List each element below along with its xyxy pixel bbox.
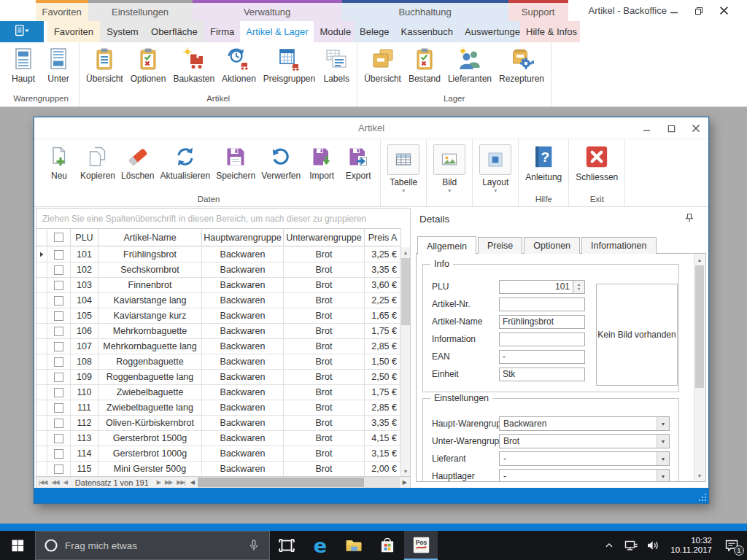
tab-module[interactable]: Module	[314, 21, 357, 42]
table-row[interactable]: 105Kaviarstange kurzBackwarenBrot1,65 €	[36, 308, 401, 324]
tab-system[interactable]: System	[101, 21, 144, 42]
nav-first-button[interactable]: |◀◀	[36, 479, 49, 486]
toolbar-button-speichern[interactable]: Speichern	[213, 144, 258, 181]
tab-hilfe-infos[interactable]: Hilfe & Infos	[520, 21, 583, 42]
ribbon-button-lieferanten[interactable]: Lieferanten	[444, 46, 495, 84]
backoffice-app-taskbar-button[interactable]: Pos	[404, 531, 438, 560]
toolbar-button-import[interactable]: Import	[303, 144, 340, 181]
window-maximize-button[interactable]	[665, 122, 678, 135]
nav-last-button[interactable]: ▶▶|	[174, 479, 187, 486]
spinner-up-down-icon[interactable]: ▲▼	[573, 280, 585, 294]
scroll-up-icon[interactable]: ▲	[694, 254, 705, 265]
toolbar-button-schliessen[interactable]: Schliessen	[573, 144, 621, 182]
row-checkbox[interactable]	[54, 327, 63, 336]
row-checkbox[interactable]	[54, 265, 63, 275]
tab-belege[interactable]: Belege	[354, 21, 395, 42]
row-checkbox-cell[interactable]	[47, 308, 71, 324]
ean-input[interactable]: -	[499, 350, 585, 364]
row-checkbox-cell[interactable]	[47, 385, 71, 400]
app-close-button[interactable]	[716, 4, 731, 18]
row-checkbox[interactable]	[54, 296, 63, 306]
row-checkbox-cell[interactable]	[47, 293, 71, 308]
scrollbar-thumb[interactable]	[401, 258, 410, 325]
nav-next-page-button[interactable]: ▶▶	[163, 479, 174, 486]
ribbon-button-übersicht[interactable]: Übersicht	[360, 46, 405, 84]
toolbar-button-bild[interactable]: Bild▼	[430, 144, 468, 193]
file-explorer-icon[interactable]	[337, 531, 371, 560]
ribbon-category-verwaltung[interactable]: Verwaltung	[193, 0, 342, 21]
table-row[interactable]: 107Mehrkornbaguette langBackwarenBrot2,8…	[36, 339, 401, 354]
edge-browser-icon[interactable]: e	[303, 531, 337, 560]
scrollbar-thumb[interactable]	[695, 265, 704, 388]
row-checkbox-cell[interactable]	[47, 400, 71, 416]
scroll-down-icon[interactable]: ▼	[694, 470, 705, 481]
toolbar-button-aktualisieren[interactable]: Aktualisieren	[157, 144, 213, 181]
cortana-search-input[interactable]: Frag mich etwas	[35, 531, 270, 560]
row-checkbox-cell[interactable]	[47, 354, 71, 370]
tray-clock[interactable]: 10:32 10.11.2017	[666, 536, 716, 555]
ribbon-category-buchhaltung[interactable]: Buchhaltung	[342, 0, 508, 21]
ribbon-button-labels[interactable]: Labels	[319, 46, 354, 84]
einheit-input[interactable]: Stk	[499, 368, 585, 381]
row-checkbox-cell[interactable]	[47, 278, 71, 293]
table-row[interactable]: 109Roggenbaguette langBackwarenBrot2,50 …	[36, 370, 401, 385]
row-checkbox-cell[interactable]	[47, 416, 71, 431]
table-row[interactable]: 114Gersterbrot 1000gBackwarenBrot3,15 €	[36, 446, 401, 462]
row-checkbox-cell[interactable]	[47, 431, 71, 446]
row-checkbox-cell[interactable]	[47, 339, 71, 354]
ribbon-button-preisgruppen[interactable]: Preisgruppen	[260, 46, 319, 84]
tab-firma[interactable]: Firma	[204, 21, 240, 42]
toolbar-button-kopieren[interactable]: Kopieren	[77, 144, 118, 181]
details-tab-optionen[interactable]: Optionen	[524, 237, 580, 254]
window-close-button[interactable]	[689, 122, 703, 135]
nav-prev-button[interactable]: ◀	[61, 479, 69, 486]
table-row[interactable]: 112Oliven-KürbiskernbrotBackwarenBrot3,3…	[36, 416, 401, 431]
toolbar-button-layout[interactable]: Layout▼	[476, 144, 514, 193]
table-row[interactable]: 101FrühlingsbrotBackwarenBrot3,25 €	[36, 247, 401, 262]
table-row[interactable]: 102SechskornbrotBackwarenBrot3,35 €	[36, 262, 401, 278]
row-checkbox[interactable]	[54, 449, 63, 459]
haupt-warengruppe-select[interactable]: Backwaren▼	[499, 416, 670, 431]
row-checkbox[interactable]	[54, 357, 63, 367]
details-tab-informationen[interactable]: Informationen	[581, 237, 656, 254]
checkbox-column-header[interactable]	[47, 229, 71, 246]
scroll-left-icon[interactable]: ◀	[187, 479, 198, 486]
artikel-nr--input[interactable]	[499, 298, 585, 311]
tray-chevron-up-icon[interactable]	[600, 536, 618, 555]
network-icon[interactable]	[622, 536, 640, 555]
toolbar-button-anleitung[interactable]: ?Anleitung	[522, 144, 565, 182]
table-row[interactable]: 115Mini Gerster 500gBackwarenBrot2,00 €	[36, 462, 401, 476]
table-row[interactable]: 104Kaviarstange langBackwarenBrot2,25 €	[36, 293, 401, 308]
row-checkbox-cell[interactable]	[47, 324, 71, 339]
column-header-preis-a[interactable]: Preis A	[365, 229, 401, 246]
ribbon-category-support[interactable]: Support	[508, 0, 568, 21]
row-checkbox[interactable]	[54, 373, 63, 382]
details-vertical-scrollbar[interactable]: ▲ ▼	[694, 254, 705, 481]
resize-grip[interactable]	[697, 492, 706, 501]
row-checkbox[interactable]	[54, 342, 63, 351]
column-header-plu[interactable]: PLU	[71, 229, 98, 246]
tab-oberfläche[interactable]: Oberfläche	[145, 21, 204, 42]
start-button[interactable]	[0, 531, 35, 560]
table-row[interactable]: 110ZwiebelbaguetteBackwarenBrot1,75 €	[36, 385, 401, 400]
grid-horizontal-scrollbar[interactable]	[198, 477, 400, 488]
toolbar-button-neu[interactable]: Neu	[41, 144, 77, 181]
row-checkbox-cell[interactable]	[47, 462, 71, 476]
ribbon-button-übersicht[interactable]: Übersicht	[82, 46, 127, 84]
hauptlager-select[interactable]: -▼	[499, 469, 670, 482]
ribbon-button-aktionen[interactable]: Aktionen	[218, 46, 260, 84]
ribbon-category-favoriten[interactable]: Favoriten	[36, 0, 88, 21]
window-minimize-button[interactable]	[640, 122, 653, 135]
pin-icon[interactable]	[684, 213, 694, 223]
row-checkbox-cell[interactable]	[47, 370, 71, 385]
unter-warengruppe-select[interactable]: Brot▼	[499, 434, 670, 448]
details-tab-preise[interactable]: Preise	[478, 237, 522, 254]
tab-kassenbuch[interactable]: Kassenbuch	[395, 21, 459, 42]
column-header-unterwarengruppe[interactable]: Unterwarengruppe	[284, 229, 365, 246]
row-checkbox[interactable]	[54, 434, 63, 443]
ribbon-button-baukasten[interactable]: Baukasten	[169, 46, 218, 84]
hscrollbar-thumb[interactable]	[198, 478, 364, 487]
microphone-icon[interactable]	[247, 539, 260, 552]
row-checkbox-cell[interactable]	[47, 262, 71, 278]
select-all-checkbox[interactable]	[54, 233, 63, 242]
